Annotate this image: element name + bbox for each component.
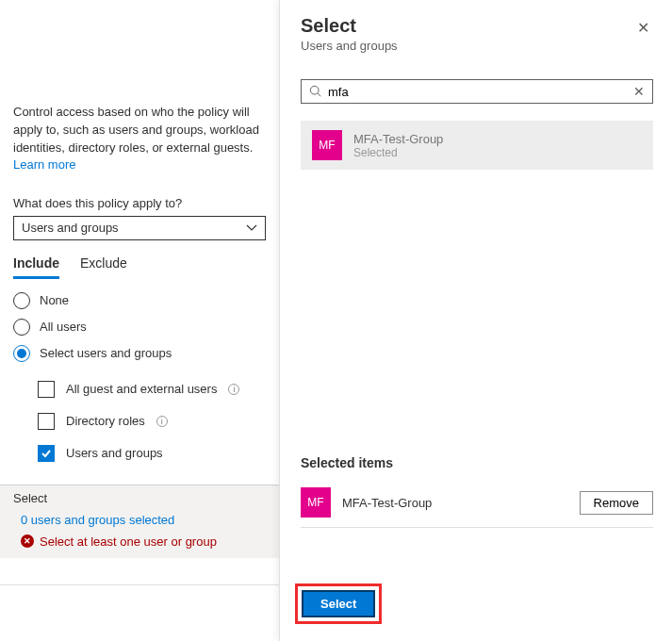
checkbox-group: All guest and external users i Directory…	[13, 381, 266, 462]
select-panel: Select Users and groups ✕ ✕ MF MFA-Test-…	[279, 0, 672, 641]
search-result-item[interactable]: MF MFA-Test-Group Selected	[301, 121, 653, 170]
checkbox-label: Users and groups	[66, 446, 163, 460]
chevron-down-icon	[246, 222, 257, 234]
svg-point-0	[310, 86, 319, 94]
radio-group: None All users Select users and groups	[13, 292, 266, 362]
search-icon	[309, 85, 322, 98]
radio-label: All users	[40, 320, 87, 334]
info-icon[interactable]: i	[156, 416, 168, 427]
info-icon[interactable]: i	[228, 384, 239, 395]
error-text: Select at least one user or group	[40, 534, 217, 549]
tab-include[interactable]: Include	[13, 255, 59, 279]
checkbox-users-groups[interactable]: Users and groups	[38, 445, 266, 462]
include-exclude-tabs: Include Exclude	[13, 255, 266, 279]
radio-all-users[interactable]: All users	[13, 319, 266, 336]
selected-count-link[interactable]: 0 users and groups selected	[13, 513, 266, 527]
panel-title: Select	[301, 15, 398, 37]
selected-items-header: Selected items	[301, 455, 653, 470]
radio-icon	[13, 345, 30, 362]
remove-button[interactable]: Remove	[580, 491, 653, 515]
result-name: MFA-Test-Group	[353, 132, 443, 146]
checkbox-icon	[38, 381, 55, 398]
error-icon	[21, 534, 34, 548]
select-button[interactable]: Select	[302, 590, 375, 617]
search-input[interactable]	[328, 85, 628, 99]
close-icon[interactable]: ✕	[633, 15, 653, 41]
policy-apply-question: What does this policy apply to?	[13, 196, 266, 210]
radio-label: Select users and groups	[40, 346, 172, 360]
intro-text: Control access based on who the policy w…	[13, 104, 266, 157]
selected-item-row: MF MFA-Test-Group Remove	[301, 478, 653, 528]
policy-apply-dropdown[interactable]: Users and groups	[13, 216, 266, 240]
checkbox-icon	[38, 413, 55, 430]
avatar: MF	[301, 487, 331, 518]
checkbox-directory-roles[interactable]: Directory roles i	[38, 413, 266, 430]
tab-exclude[interactable]: Exclude	[80, 255, 127, 279]
clear-icon[interactable]: ✕	[633, 84, 645, 99]
radio-icon	[13, 292, 30, 309]
select-button-highlight: Select	[295, 583, 382, 624]
radio-icon	[13, 319, 30, 336]
avatar: MF	[312, 130, 342, 160]
select-section-header: Select	[13, 491, 266, 505]
dropdown-value: Users and groups	[22, 221, 119, 235]
radio-select-users-groups[interactable]: Select users and groups	[13, 345, 266, 362]
selected-item-name: MFA-Test-Group	[342, 496, 568, 510]
select-section: Select 0 users and groups selected Selec…	[0, 485, 279, 558]
result-status: Selected	[353, 146, 443, 159]
checkbox-label: All guest and external users	[66, 382, 217, 396]
search-box[interactable]: ✕	[301, 79, 653, 104]
learn-more-link[interactable]: Learn more	[13, 157, 75, 172]
radio-none[interactable]: None	[13, 292, 266, 309]
radio-label: None	[40, 293, 69, 307]
left-panel: Control access based on who the policy w…	[0, 0, 279, 641]
checkbox-icon	[38, 445, 55, 462]
checkbox-guest-users[interactable]: All guest and external users i	[38, 381, 266, 398]
checkbox-label: Directory roles	[66, 414, 145, 428]
panel-subtitle: Users and groups	[301, 39, 398, 53]
error-row: Select at least one user or group	[13, 534, 266, 549]
svg-line-1	[318, 93, 320, 96]
